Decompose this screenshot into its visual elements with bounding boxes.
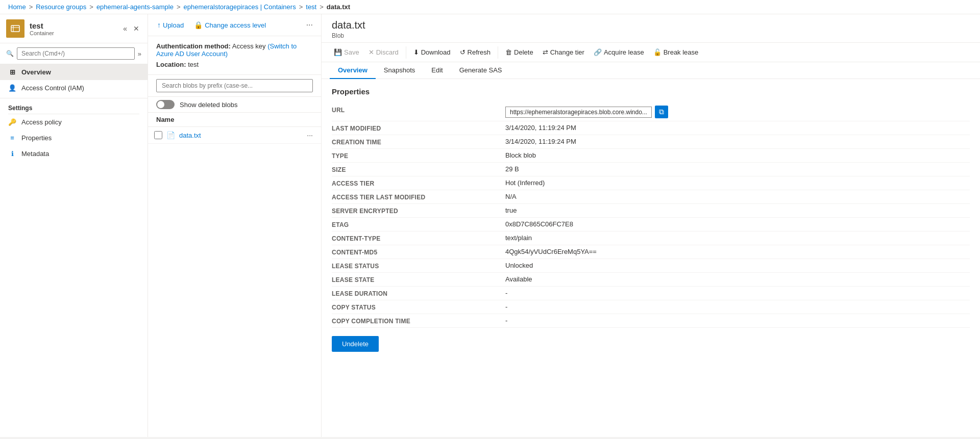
blob-subtitle: Blob [332,32,970,39]
breadcrumb-sep-5: > [320,3,324,11]
acquire-lease-icon: 🔗 [594,48,602,56]
undelete-button[interactable]: Undelete [332,336,379,352]
breadcrumb-sep-4: > [299,3,303,11]
sidebar-title: test [30,21,54,30]
discard-button[interactable]: ✕ Discard [364,46,403,59]
delete-icon: 🗑 [505,48,512,56]
breadcrumb-sep-1: > [29,3,33,11]
breadcrumb-home[interactable]: Home [8,3,26,11]
key-icon: 🔑 [8,118,16,126]
svg-rect-0 [11,25,19,32]
search-blobs-area [148,75,321,97]
sidebar-item-properties[interactable]: ≡ Properties [0,130,148,146]
breadcrumb-test[interactable]: test [306,3,316,11]
change-tier-button[interactable]: ⇄ Change tier [538,46,589,59]
search-icon: 🔍 [6,50,14,57]
prop-key-lease-status: LEASE STATUS [332,262,505,270]
show-deleted-toggle[interactable] [156,100,175,109]
prop-key-lease-duration: LEASE DURATION [332,289,505,297]
sidebar-item-access-policy[interactable]: 🔑 Access policy [0,114,148,130]
sidebar: test Container « ✕ 🔍 » ⊞ Overview 👤 Acce… [0,14,148,437]
refresh-icon: ↺ [460,48,465,56]
settings-label: Settings [0,98,148,114]
sidebar-search-collapse[interactable]: » [138,50,141,58]
delete-button[interactable]: 🗑 Delete [501,46,537,59]
toolbar-separator-1 [406,46,406,59]
info-icon: ℹ [8,150,16,158]
search-blobs-input[interactable] [156,79,313,92]
prop-key-last-modified: LAST MODIFIED [332,124,505,132]
acquire-lease-button[interactable]: 🔗 Acquire lease [590,46,648,59]
breadcrumb-resource-groups[interactable]: Resource groups [36,3,86,11]
prop-key-url: URL [332,106,505,114]
tab-edit[interactable]: Edit [423,62,451,79]
breadcrumb-sep-3: > [177,3,181,11]
tab-generate-sas[interactable]: Generate SAS [451,62,510,79]
sidebar-close-button[interactable]: ✕ [131,23,141,34]
prop-val-lease-duration: - [505,289,970,297]
prop-key-creation-time: CREATION TIME [332,138,505,146]
prop-row-url: URL https://ephemeralstoragepiraces.blob… [332,103,970,121]
save-button[interactable]: 💾 Save [330,46,363,59]
person-icon: 👤 [8,84,16,92]
file-checkbox[interactable] [154,131,162,139]
prop-row-size: SIZE 29 B [332,163,970,176]
sidebar-item-metadata[interactable]: ℹ Metadata [0,146,148,162]
prop-val-access-tier-modified: N/A [505,193,970,200]
prop-val-lease-status: Unlocked [505,262,970,269]
prop-row-type: TYPE Block blob [332,149,970,163]
search-area: 🔍 » [0,43,148,64]
sidebar-item-overview[interactable]: ⊞ Overview [0,64,148,80]
refresh-button[interactable]: ↺ Refresh [456,46,495,59]
copy-url-button[interactable]: ⧉ [655,106,668,118]
auth-info: Authentication method: Access key (Switc… [148,36,321,75]
file-more-button[interactable]: ··· [305,130,315,140]
sidebar-item-access-control[interactable]: 👤 Access Control (IAM) [0,80,148,96]
blob-title: data.txt [332,19,970,31]
prop-val-copy-completion-time: - [505,317,970,324]
right-panel: data.txt Blob 💾 Save ✕ Discard ⬇ Downloa… [322,14,980,437]
prop-key-lease-state: LEASE STATE [332,275,505,283]
breadcrumb: Home > Resource groups > ephemeral-agent… [0,0,980,14]
prop-val-content-md5: 4Qgk54/yVUdCr6EreMq5YA== [505,248,970,255]
tab-snapshots[interactable]: Snapshots [376,62,423,79]
file-name[interactable]: data.txt [179,132,301,139]
breadcrumb-containers[interactable]: ephemeralstoragepiraces | Containers [184,3,296,11]
bars-icon: ≡ [8,134,16,142]
prop-row-last-modified: LAST MODIFIED 3/14/2020, 11:19:24 PM [332,121,970,135]
prop-val-etag: 0x8D7C865C06FC7E8 [505,220,970,228]
prop-key-content-type: CONTENT-TYPE [332,234,505,242]
break-lease-icon: 🔓 [653,48,662,56]
middle-panel: ↑ Upload 🔒 Change access level ··· Authe… [148,14,322,437]
sidebar-collapse-button[interactable]: « [121,23,129,34]
auth-method-label: Authentication method: [156,42,231,50]
prop-val-server-encrypted: true [505,206,970,214]
prop-val-last-modified: 3/14/2020, 11:19:24 PM [505,124,970,132]
prop-val-lease-state: Available [505,275,970,283]
prop-key-access-tier-modified: ACCESS TIER LAST MODIFIED [332,193,505,201]
sidebar-container-icon [6,19,24,38]
breadcrumb-sample[interactable]: ephemeral-agents-sample [96,3,174,11]
tab-overview[interactable]: Overview [330,62,376,79]
download-button[interactable]: ⬇ Download [409,46,455,59]
prop-row-content-type: CONTENT-TYPE text/plain [332,231,970,245]
properties-title: Properties [332,87,970,96]
url-text: https://ephemeralstoragepiraces.blob.cor… [505,107,652,118]
prop-row-etag: ETAG 0x8D7C865C06FC7E8 [332,218,970,231]
breadcrumb-sep-2: > [89,3,93,11]
prop-key-type: TYPE [332,151,505,160]
blob-content: Properties URL https://ephemeralstoragep… [322,79,980,437]
prop-key-copy-status: COPY STATUS [332,303,505,311]
prop-val-copy-status: - [505,303,970,311]
prop-row-copy-completion-time: COPY COMPLETION TIME - [332,314,970,328]
upload-button[interactable]: ↑ Upload [154,19,187,31]
prop-val-access-tier: Hot (Inferred) [505,179,970,187]
sidebar-search-input[interactable] [17,47,135,60]
change-access-level-button[interactable]: 🔒 Change access level [191,19,269,31]
prop-row-content-md5: CONTENT-MD5 4Qgk54/yVUdCr6EreMq5YA== [332,245,970,259]
toggle-thumb [157,101,164,108]
breadcrumb-current: data.txt [327,3,350,11]
prop-row-creation-time: CREATION TIME 3/14/2020, 11:19:24 PM [332,135,970,149]
middle-more-button[interactable]: ··· [304,18,315,32]
break-lease-button[interactable]: 🔓 Break lease [649,46,703,59]
